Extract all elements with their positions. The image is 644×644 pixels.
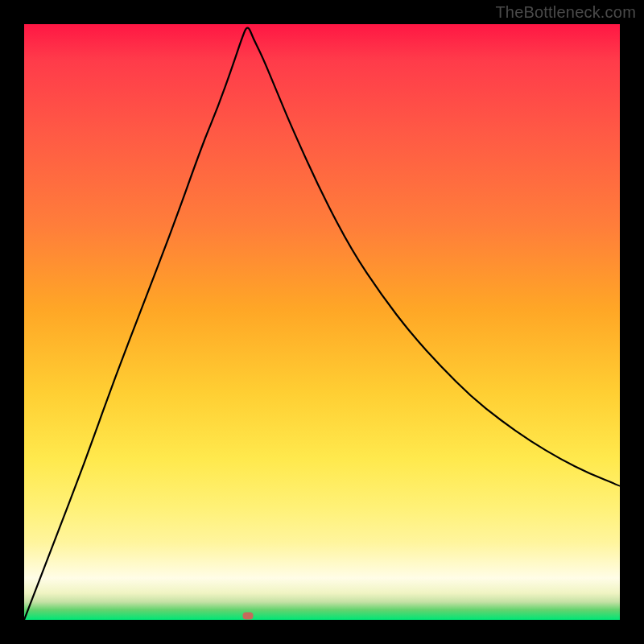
- chart-frame: TheBottleneck.com: [0, 0, 644, 644]
- watermark-text: TheBottleneck.com: [495, 3, 636, 22]
- bottleneck-curve: [24, 24, 620, 620]
- plot-area: [24, 24, 620, 620]
- optimum-marker: [242, 612, 253, 619]
